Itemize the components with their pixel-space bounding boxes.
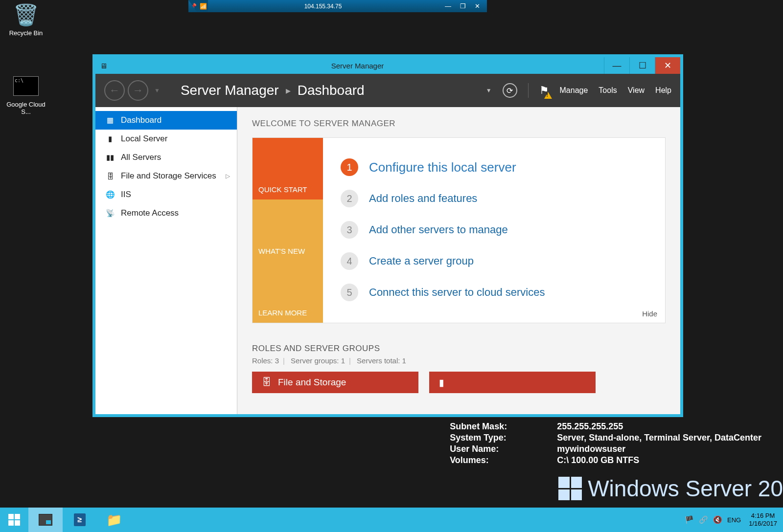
sidebar-item-label: Local Server	[121, 134, 167, 144]
sidebar-item-file-storage[interactable]: 🗄 File and Storage Services ▷	[95, 167, 237, 185]
server-icon: ▮	[105, 134, 115, 143]
roles-meta: Roles: 3| Server groups: 1| Servers tota…	[252, 356, 666, 365]
step-number: 5	[341, 284, 358, 301]
refresh-button[interactable]: ⟳	[503, 83, 517, 98]
quick-start-step: 2 Add roles and features	[341, 183, 647, 214]
back-button[interactable]: ←	[104, 80, 125, 101]
sidebar-item-all-servers[interactable]: ▮▮ All Servers	[95, 148, 237, 167]
quick-start-step: 3 Add other servers to manage	[341, 214, 647, 245]
minimize-button[interactable]: —	[604, 57, 629, 74]
servers-icon: ▮▮	[105, 153, 115, 162]
step-number: 2	[341, 190, 358, 207]
role-card[interactable]: ▮	[429, 372, 596, 393]
breadcrumb-root[interactable]: Server Manager	[181, 83, 279, 98]
remote-restore-button[interactable]: ❐	[460, 2, 466, 10]
iis-icon: 🌐	[105, 190, 115, 199]
desktop-icon-recycle-bin[interactable]: 🗑️ Recycle Bin	[4, 2, 48, 37]
taskbar-powershell[interactable]: ≥	[63, 508, 97, 532]
recycle-bin-icon: 🗑️	[11, 2, 41, 27]
sidebar-item-local-server[interactable]: ▮ Local Server	[95, 130, 237, 148]
start-button[interactable]	[0, 508, 28, 532]
sidebar-item-label: Dashboard	[121, 115, 161, 125]
server-manager-window: 🖥 Server Manager — ☐ ✕ ← → ▼ Server Mana…	[93, 55, 683, 417]
tile-whats-new[interactable]: WHAT'S NEW	[253, 200, 323, 261]
tray-clock[interactable]: 4:16 PM 1/16/2017	[746, 512, 777, 527]
nav-history-dropdown[interactable]: ▼	[151, 87, 163, 94]
breadcrumb-current: Dashboard	[298, 83, 365, 98]
quick-start-step: 4 Create a server group	[341, 245, 647, 277]
menu-tools[interactable]: Tools	[599, 86, 617, 95]
forward-button[interactable]: →	[128, 80, 148, 101]
step-link-add-servers[interactable]: Add other servers to manage	[369, 223, 508, 236]
pin-icon[interactable]: 📌 📶	[188, 0, 208, 12]
quick-start-step: 5 Connect this server to cloud services	[341, 277, 647, 308]
server-icon: ▮	[439, 377, 444, 388]
taskbar-explorer[interactable]: 📁	[97, 508, 131, 532]
tile-learn-more[interactable]: LEARN MORE	[253, 261, 323, 323]
notifications-button[interactable]: ⚑	[539, 84, 549, 97]
tray-flag-icon[interactable]: 🏴	[685, 515, 694, 524]
tile-quick-start[interactable]: QUICK START	[253, 138, 323, 200]
hide-button[interactable]: Hide	[642, 310, 657, 318]
roles-heading: ROLES AND SERVER GROUPS	[252, 344, 666, 354]
close-button[interactable]: ✕	[655, 57, 680, 74]
storage-icon: 🗄	[262, 377, 271, 388]
step-link-configure[interactable]: Configure this local server	[369, 160, 516, 175]
step-number: 3	[341, 221, 358, 239]
sidebar-item-label: Remote Access	[121, 208, 179, 218]
step-number: 4	[341, 252, 358, 270]
sidebar-item-iis[interactable]: 🌐 IIS	[95, 185, 237, 204]
quick-start-step: 1 Configure this local server	[341, 152, 647, 183]
sidebar-item-label: IIS	[121, 190, 131, 200]
sidebar: ▦ Dashboard ▮ Local Server ▮▮ All Server…	[95, 107, 237, 414]
powershell-icon: ≥	[74, 513, 86, 526]
window-title: Server Manager	[111, 62, 604, 70]
remote-address: 104.155.34.75	[208, 3, 438, 10]
desktop-icon-label: Google Cloud S...	[6, 101, 46, 115]
content-area: WELCOME TO SERVER MANAGER QUICK START WH…	[237, 107, 680, 414]
windows-logo-icon	[558, 477, 582, 500]
terminal-icon	[11, 73, 41, 99]
welcome-panel: QUICK START WHAT'S NEW LEARN MORE 1 Conf…	[252, 137, 666, 323]
desktop-icon-google-cloud[interactable]: Google Cloud S...	[4, 73, 48, 115]
sidebar-item-label: File and Storage Services	[121, 171, 216, 181]
server-manager-icon	[39, 514, 52, 526]
tray-volume-icon[interactable]: 🔇	[713, 515, 722, 524]
menu-manage[interactable]: Manage	[560, 86, 588, 95]
app-icon: 🖥	[95, 62, 111, 70]
remote-minimize-button[interactable]: —	[445, 2, 451, 10]
remote-close-button[interactable]: ✕	[475, 2, 480, 10]
breadcrumb: Server Manager ▸ Dashboard	[166, 83, 365, 98]
navbar: ← → ▼ Server Manager ▸ Dashboard ▼ ⟳ ⚑ M…	[95, 74, 680, 107]
chevron-right-icon: ▸	[286, 85, 291, 96]
tray-network-icon[interactable]: 🔗	[699, 515, 708, 524]
welcome-heading: WELCOME TO SERVER MANAGER	[252, 119, 666, 129]
tray-language[interactable]: ENG	[727, 516, 741, 524]
warning-icon	[544, 88, 552, 99]
bginfo-overlay: Subnet Mask:255.255.255.255 System Type:…	[449, 421, 762, 466]
step-link-server-group[interactable]: Create a server group	[369, 255, 474, 267]
windows-logo-icon	[8, 514, 20, 526]
divider	[528, 83, 529, 98]
remote-icon: 📡	[105, 209, 115, 218]
sidebar-item-label: All Servers	[121, 153, 161, 162]
step-number: 1	[341, 158, 358, 176]
menu-help[interactable]: Help	[655, 86, 671, 95]
dashboard-icon: ▦	[105, 116, 115, 125]
sidebar-item-dashboard[interactable]: ▦ Dashboard	[95, 111, 237, 130]
maximize-button[interactable]: ☐	[629, 57, 655, 74]
step-link-add-roles[interactable]: Add roles and features	[369, 192, 477, 205]
folder-icon: 📁	[106, 512, 122, 528]
windows-watermark: Windows Server 20	[558, 475, 783, 502]
sidebar-item-remote-access[interactable]: 📡 Remote Access	[95, 204, 237, 222]
desktop-icon-label: Recycle Bin	[9, 29, 43, 37]
menu-view[interactable]: View	[628, 86, 645, 95]
titlebar: 🖥 Server Manager — ☐ ✕	[95, 57, 680, 74]
remote-connection-bar: 📌 📶 104.155.34.75 — ❐ ✕	[188, 0, 487, 12]
role-card-file-storage[interactable]: 🗄 File and Storage	[252, 372, 418, 393]
taskbar: ≥ 📁 🏴 🔗 🔇 ENG 4:16 PM 1/16/2017	[0, 508, 783, 532]
taskbar-server-manager[interactable]	[28, 508, 63, 532]
step-link-cloud[interactable]: Connect this server to cloud services	[369, 286, 545, 299]
nav-dropdown-icon[interactable]: ▼	[486, 87, 492, 94]
storage-icon: 🗄	[105, 172, 115, 180]
